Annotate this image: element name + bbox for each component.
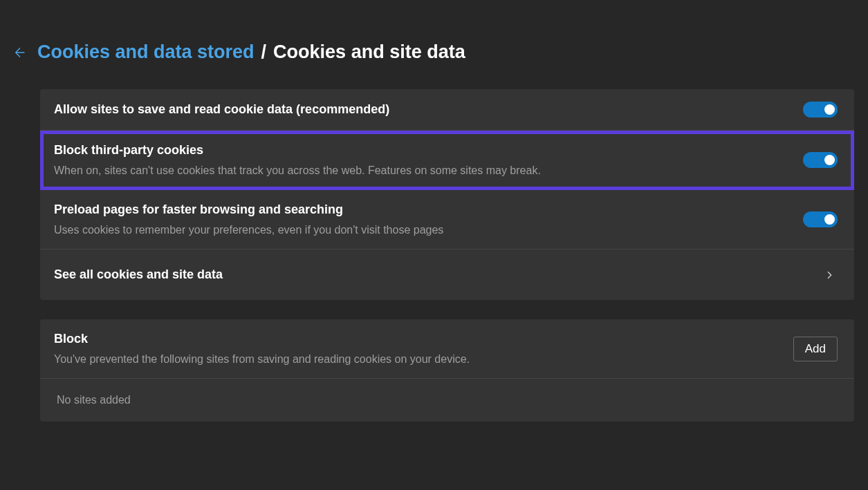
chevron-right-icon <box>824 270 835 281</box>
back-arrow-icon[interactable] <box>12 45 28 60</box>
allow-cookies-toggle[interactable] <box>803 102 838 117</box>
block-third-party-desc: When on, sites can't use cookies that tr… <box>54 164 541 177</box>
preload-pages-title: Preload pages for faster browsing and se… <box>54 202 443 217</box>
see-all-cookies-row[interactable]: See all cookies and site data <box>40 249 854 300</box>
block-empty-text: No sites added <box>40 379 854 422</box>
breadcrumb: Cookies and data stored / Cookies and si… <box>12 41 858 63</box>
block-title: Block <box>54 332 470 346</box>
block-third-party-title: Block third-party cookies <box>54 143 541 158</box>
preload-pages-toggle[interactable] <box>803 211 838 227</box>
block-desc: You've prevented the following sites fro… <box>54 353 470 366</box>
add-block-button[interactable]: Add <box>793 337 838 361</box>
allow-cookies-row: Allow sites to save and read cookie data… <box>40 89 854 131</box>
block-third-party-row: Block third-party cookies When on, sites… <box>40 131 854 190</box>
block-header-row: Block You've prevented the following sit… <box>40 319 854 379</box>
preload-pages-desc: Uses cookies to remember your preference… <box>54 224 443 236</box>
allow-cookies-title: Allow sites to save and read cookie data… <box>54 102 389 117</box>
see-all-cookies-title: See all cookies and site data <box>54 267 223 282</box>
breadcrumb-current: Cookies and site data <box>273 41 465 63</box>
breadcrumb-separator: / <box>261 41 267 63</box>
block-panel: Block You've prevented the following sit… <box>40 319 854 422</box>
block-third-party-toggle[interactable] <box>803 152 838 168</box>
breadcrumb-parent-link[interactable]: Cookies and data stored <box>37 41 255 63</box>
settings-panel: Allow sites to save and read cookie data… <box>40 89 854 300</box>
preload-pages-row: Preload pages for faster browsing and se… <box>40 190 854 249</box>
